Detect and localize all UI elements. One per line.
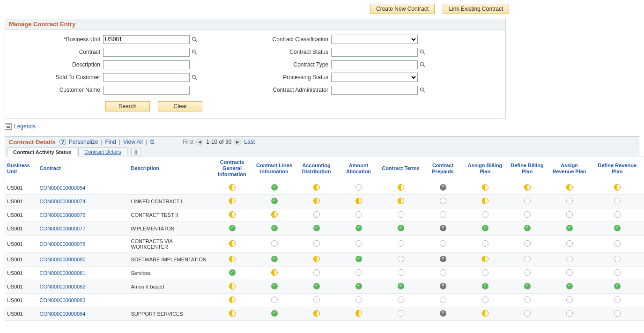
show-all-columns-icon[interactable]: ▥ bbox=[131, 148, 141, 156]
contract-link[interactable]: CON000000000078 bbox=[40, 241, 86, 247]
status-green-icon[interactable] bbox=[614, 225, 621, 231]
status-empty-icon[interactable] bbox=[566, 296, 573, 303]
status-empty-icon[interactable] bbox=[271, 240, 278, 247]
status-green-icon[interactable] bbox=[271, 198, 278, 204]
contract-link[interactable]: CON000000000082 bbox=[40, 284, 86, 289]
status-green-icon[interactable] bbox=[398, 225, 404, 231]
status-green-icon[interactable] bbox=[524, 225, 531, 231]
status-yellow-icon[interactable] bbox=[482, 310, 489, 317]
status-empty-icon[interactable] bbox=[524, 211, 531, 218]
status-green-icon[interactable] bbox=[398, 283, 404, 289]
status-gray-icon[interactable] bbox=[440, 256, 446, 262]
status-empty-icon[interactable] bbox=[398, 211, 404, 218]
help-icon[interactable]: ? bbox=[59, 139, 66, 145]
status-empty-icon[interactable] bbox=[398, 296, 404, 303]
status-empty-icon[interactable] bbox=[566, 240, 573, 247]
status-yellow-icon[interactable] bbox=[313, 310, 320, 317]
contract-link[interactable]: CON000000000083 bbox=[40, 297, 86, 303]
status-gray-icon[interactable] bbox=[440, 225, 446, 231]
status-empty-icon[interactable] bbox=[614, 296, 621, 303]
status-empty-icon[interactable] bbox=[566, 198, 573, 204]
col-business-unit[interactable]: Business Unit bbox=[5, 156, 38, 181]
contract-link[interactable]: CON000000000077 bbox=[40, 226, 86, 231]
status-empty-icon[interactable] bbox=[355, 211, 362, 218]
sold-to-customer-input[interactable] bbox=[103, 73, 190, 82]
status-empty-icon[interactable] bbox=[614, 256, 621, 262]
status-yellow-icon[interactable] bbox=[229, 240, 236, 247]
status-green-icon[interactable] bbox=[482, 283, 489, 289]
status-empty-icon[interactable] bbox=[482, 240, 489, 247]
status-yellow-icon[interactable] bbox=[229, 198, 236, 204]
col-define-billing[interactable]: Define Billing Plan bbox=[506, 156, 548, 181]
status-empty-icon[interactable] bbox=[440, 240, 446, 247]
contract-classification-select[interactable] bbox=[331, 35, 418, 44]
status-empty-icon[interactable] bbox=[524, 269, 531, 276]
contract-type-input[interactable] bbox=[331, 60, 418, 69]
description-input[interactable] bbox=[103, 60, 190, 69]
status-empty-icon[interactable] bbox=[524, 310, 531, 317]
contract-link[interactable]: CON000000000074 bbox=[40, 199, 86, 204]
status-yellow-icon[interactable] bbox=[271, 269, 278, 276]
status-empty-icon[interactable] bbox=[355, 240, 362, 247]
status-gray-icon[interactable] bbox=[440, 283, 446, 289]
lookup-icon[interactable] bbox=[419, 87, 426, 93]
col-contract-prepaids[interactable]: Contract Prepaids bbox=[422, 156, 464, 181]
status-empty-icon[interactable] bbox=[614, 240, 621, 247]
lookup-icon[interactable] bbox=[419, 49, 426, 55]
nav-last[interactable]: Last bbox=[244, 139, 255, 145]
status-empty-icon[interactable] bbox=[355, 269, 362, 276]
status-empty-icon[interactable] bbox=[398, 310, 404, 317]
status-empty-icon[interactable] bbox=[440, 211, 446, 218]
col-amount-allocation[interactable]: Amount Allocation bbox=[338, 156, 380, 181]
status-green-icon[interactable] bbox=[271, 184, 278, 191]
lookup-icon[interactable] bbox=[191, 49, 198, 55]
col-lines-info[interactable]: Contract Lines Information bbox=[253, 156, 296, 181]
status-empty-icon[interactable] bbox=[313, 269, 320, 276]
status-empty-icon[interactable] bbox=[524, 240, 531, 247]
status-green-icon[interactable] bbox=[566, 283, 573, 289]
status-gray-icon[interactable] bbox=[440, 184, 446, 191]
status-green-icon[interactable] bbox=[313, 283, 320, 289]
col-contract[interactable]: Contract bbox=[38, 156, 129, 181]
nav-next-icon[interactable]: ▶ bbox=[234, 139, 241, 146]
contract-input[interactable] bbox=[103, 48, 190, 57]
contract-link[interactable]: CON000000000080 bbox=[40, 257, 86, 262]
contract-administrator-input[interactable] bbox=[331, 86, 418, 95]
status-yellow-icon[interactable] bbox=[524, 184, 531, 191]
status-yellow-icon[interactable] bbox=[482, 256, 489, 262]
personalize-link[interactable]: Personalize bbox=[69, 139, 98, 145]
status-yellow-icon[interactable] bbox=[566, 184, 573, 191]
col-assign-billing[interactable]: Assign Billing Plan bbox=[464, 156, 506, 181]
status-empty-icon[interactable] bbox=[524, 256, 531, 262]
tab-contract-details[interactable]: Contract Details bbox=[78, 147, 127, 156]
status-empty-icon[interactable] bbox=[440, 198, 446, 204]
search-button[interactable]: Search bbox=[105, 101, 150, 111]
status-yellow-icon[interactable] bbox=[229, 211, 236, 218]
business-unit-input[interactable] bbox=[103, 35, 190, 44]
customer-name-input[interactable] bbox=[103, 86, 190, 95]
status-empty-icon[interactable] bbox=[614, 198, 621, 204]
status-empty-icon[interactable] bbox=[482, 296, 489, 303]
status-yellow-icon[interactable] bbox=[313, 198, 320, 204]
status-yellow-icon[interactable] bbox=[313, 184, 320, 191]
status-empty-icon[interactable] bbox=[355, 296, 362, 303]
status-empty-icon[interactable] bbox=[614, 211, 621, 218]
link-existing-contract-button[interactable]: Link Existing Contract bbox=[443, 4, 509, 14]
lookup-icon[interactable] bbox=[191, 74, 198, 81]
status-empty-icon[interactable] bbox=[566, 269, 573, 276]
status-yellow-icon[interactable] bbox=[313, 256, 320, 262]
status-green-icon[interactable] bbox=[482, 225, 489, 231]
status-yellow-icon[interactable] bbox=[355, 310, 362, 317]
status-empty-icon[interactable] bbox=[614, 269, 621, 276]
status-green-icon[interactable] bbox=[355, 256, 362, 262]
col-accounting-dist[interactable]: Accounting Distribution bbox=[296, 156, 338, 181]
legends-link[interactable]: Legends bbox=[14, 123, 36, 130]
status-empty-icon[interactable] bbox=[398, 269, 404, 276]
status-green-icon[interactable] bbox=[229, 225, 236, 231]
status-yellow-icon[interactable] bbox=[229, 256, 236, 262]
status-green-icon[interactable] bbox=[355, 225, 362, 231]
status-yellow-icon[interactable] bbox=[398, 198, 404, 204]
status-empty-icon[interactable] bbox=[440, 269, 446, 276]
popout-icon[interactable]: ⧉ bbox=[150, 138, 154, 146]
status-green-icon[interactable] bbox=[271, 310, 278, 317]
